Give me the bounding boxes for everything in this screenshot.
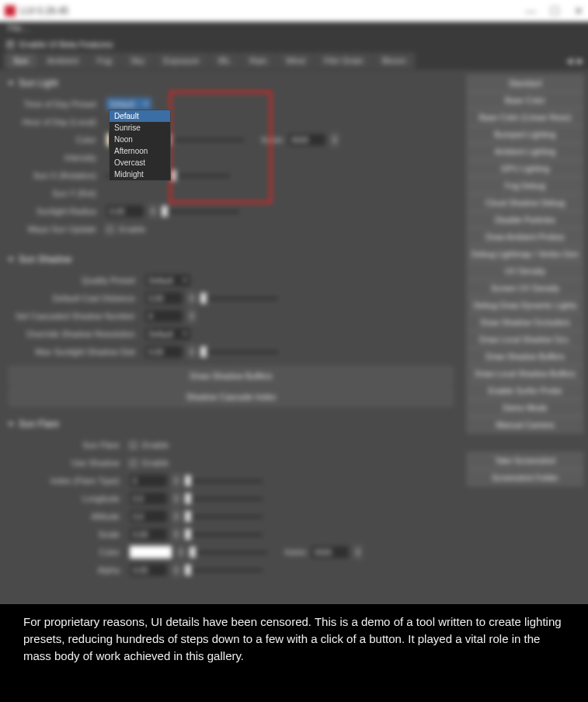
sun-color-slider[interactable]	[166, 134, 244, 145]
flare-color-swatch[interactable]	[129, 545, 172, 559]
tabs-scroll-right[interactable]: ▶	[577, 56, 583, 66]
cast-distance-slider[interactable]	[200, 293, 278, 304]
take-screenshot-button[interactable]: Take Screenshot	[467, 452, 583, 469]
sunlight-radius-slider[interactable]	[162, 206, 239, 217]
tod-option-noon[interactable]: Noon	[110, 134, 170, 145]
tab-bloom[interactable]: Bloom	[374, 53, 415, 68]
flare-kelvin-input[interactable]: 6500	[311, 545, 350, 559]
debug-debug-lightmap-vertex-gen[interactable]: Debug Lightmap / Vertex Gen	[467, 245, 583, 262]
debug-draw-local-shadow-occ-[interactable]: Draw Local Shadow Occ.	[467, 331, 583, 348]
sunlight-radius-label: Sunlight Radius	[8, 207, 101, 216]
stepper-icon[interactable]	[331, 133, 339, 147]
debug-debug-draw-dynamic-lights[interactable]: Debug Draw Dynamic Lights	[467, 297, 583, 314]
debug-base-color[interactable]: Base Color	[467, 92, 583, 109]
file-menu[interactable]: File…	[8, 23, 30, 33]
debug-fog-debug[interactable]: Fog Debug	[467, 177, 583, 194]
maximize-button[interactable]: ☐	[550, 5, 560, 17]
cascade-number-input[interactable]: 4	[144, 309, 183, 323]
debug-cloud-shadow-debug[interactable]: Cloud Shadow Debug	[467, 194, 583, 211]
sunlight-radius-input[interactable]: 0.00	[106, 204, 144, 218]
debug-enable-surfer-probe[interactable]: Enable Surfer Probe	[467, 382, 583, 399]
debug-gpu-lighting[interactable]: GPU Lighting	[467, 160, 583, 177]
sun-flare-checkbox[interactable]	[129, 441, 137, 450]
longitude-slider[interactable]	[185, 493, 263, 504]
stepper-icon[interactable]	[188, 291, 196, 305]
max-shadow-dist-label: Max Sunlight Shadow Dist	[8, 347, 140, 356]
enable-text: Enable	[142, 440, 169, 450]
tod-option-afternoon[interactable]: Afternoon	[110, 145, 170, 157]
maya-sun-update-checkbox[interactable]	[106, 225, 114, 234]
tab-sun[interactable]: Sun	[5, 53, 37, 68]
debug-screen-uv-density[interactable]: Screen UV Density	[467, 280, 583, 297]
section-header-sun-shadow[interactable]: Sun Shadow	[8, 251, 454, 268]
debug-ambient-lighting[interactable]: Ambient Lighting	[467, 143, 583, 160]
tab-sky[interactable]: Sky	[122, 53, 153, 68]
scale-slider[interactable]	[185, 529, 263, 540]
tab-rain[interactable]: Rain	[241, 53, 276, 68]
tab-fog[interactable]: Fog	[89, 53, 120, 68]
alpha-slider[interactable]	[185, 565, 263, 575]
stepper-icon[interactable]	[188, 345, 196, 359]
stepper-icon[interactable]	[172, 563, 180, 577]
altitude-input[interactable]: 0.0	[129, 509, 168, 523]
flare-index-slider[interactable]	[185, 475, 263, 486]
tab-ambient[interactable]: Ambient	[39, 53, 87, 68]
debug-base-color-linear-reso-[interactable]: Base Color (Linear Reso)	[467, 109, 583, 126]
use-shadow-label: Use Shadow	[8, 458, 124, 467]
scale-input[interactable]: 0.00	[129, 527, 168, 541]
section-sun-shadow: Sun Shadow Quality Preset Default Defaul…	[8, 251, 454, 406]
stepper-icon[interactable]	[172, 527, 180, 541]
debug-draw-shadow-occluders[interactable]: Draw Shadow Occluders	[467, 314, 583, 331]
tab-ibl[interactable]: IBL	[210, 53, 240, 68]
kelvin-input[interactable]: 6500	[287, 133, 326, 147]
debug-manual-camera[interactable]: Manual Camera	[467, 416, 583, 433]
debug-draw-local-shadow-buffers[interactable]: Draw Local Shadow Buffers	[467, 365, 583, 382]
altitude-slider[interactable]	[185, 511, 263, 522]
tod-option-midnight[interactable]: Midnight	[110, 169, 170, 180]
override-resolution-dropdown[interactable]: Default	[144, 327, 191, 341]
section-header-sun-flare[interactable]: Sun Flare	[8, 415, 454, 433]
tab-wind[interactable]: Wind	[277, 53, 314, 68]
stepper-icon[interactable]	[177, 545, 185, 559]
debug-disable-particles[interactable]: Disable Particles	[467, 211, 583, 228]
longitude-input[interactable]: 0.0	[129, 492, 168, 506]
tab-exposure[interactable]: Exposure	[155, 53, 207, 68]
debug-standard[interactable]: Standard	[467, 75, 583, 92]
minimize-button[interactable]: —	[525, 5, 536, 17]
stepper-icon[interactable]	[172, 474, 180, 488]
stepper-icon[interactable]	[354, 545, 362, 559]
chevron-down-icon	[8, 82, 14, 85]
stepper-icon[interactable]	[188, 309, 196, 323]
flare-color-slider[interactable]	[190, 547, 267, 558]
shadow-cascade-index-button[interactable]: Shadow Cascade Index	[9, 387, 453, 406]
stepper-icon[interactable]	[172, 492, 180, 506]
tod-option-overcast[interactable]: Overcast	[110, 157, 170, 169]
max-shadow-dist-input[interactable]: 0.00	[144, 345, 183, 359]
debug-draw-shadow-buffers[interactable]: Draw Shadow Buffers	[467, 348, 583, 365]
debug-bumped-lighting[interactable]: Bumped Lighting	[467, 126, 583, 143]
debug-uv-density[interactable]: UV Density	[467, 262, 583, 280]
cast-distance-input[interactable]: 0.00	[144, 291, 183, 305]
stepper-icon[interactable]	[149, 204, 157, 218]
tod-option-default[interactable]: Default	[110, 110, 170, 122]
quality-preset-dropdown[interactable]: Default	[144, 273, 191, 287]
beta-checkbox[interactable]	[6, 40, 15, 49]
alpha-input[interactable]: 0.00	[129, 563, 168, 577]
tabs-scroll-left[interactable]: ◀	[566, 56, 572, 66]
section-header-sun-light[interactable]: Sun Light	[8, 75, 454, 92]
cast-distance-label: Default Cast Distance	[8, 294, 140, 303]
tab-film-grain[interactable]: Film Grain	[315, 53, 372, 68]
debug-draw-ambient-probes[interactable]: Draw Ambient Probes	[467, 228, 583, 245]
use-shadow-checkbox[interactable]	[129, 459, 137, 467]
screenshot-folder-button[interactable]: Screenshot Folder	[467, 469, 583, 486]
close-button[interactable]: ✕	[574, 5, 583, 17]
debug-demo-mode[interactable]: Demo Mode	[467, 399, 583, 416]
draw-shadow-buffers-button[interactable]: Draw Shadow Buffers	[9, 367, 453, 385]
tod-option-sunrise[interactable]: Sunrise	[110, 122, 170, 134]
max-shadow-dist-slider[interactable]	[200, 346, 278, 357]
enable-text: Enable	[142, 458, 169, 467]
flare-index-input[interactable]: 0	[129, 474, 168, 488]
section-title: Sun Flare	[19, 419, 59, 429]
stepper-icon[interactable]	[172, 509, 180, 523]
app-icon	[5, 5, 16, 16]
